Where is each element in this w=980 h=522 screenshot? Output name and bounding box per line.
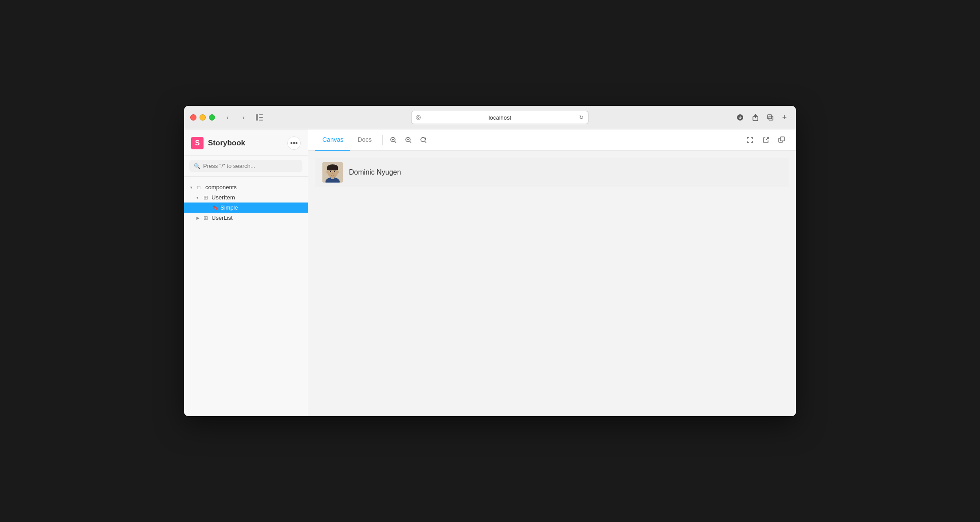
sidebar: S Storybook ••• 🔍 ▾ □ c bbox=[184, 129, 308, 416]
logo-letter: S bbox=[195, 139, 200, 147]
tree-label-simple: Simple bbox=[220, 204, 238, 211]
close-button[interactable] bbox=[190, 114, 196, 121]
sidebar-toggle-button[interactable] bbox=[253, 111, 266, 124]
copy-link-icon bbox=[778, 136, 785, 144]
sidebar-item-simple[interactable]: 🔖 Simple bbox=[184, 203, 308, 213]
tree-label-useritem: UserItem bbox=[212, 194, 235, 201]
sidebar-menu-button[interactable]: ••• bbox=[287, 136, 301, 150]
sidebar-header: S Storybook ••• bbox=[184, 129, 308, 156]
svg-rect-3 bbox=[259, 120, 263, 121]
reset-zoom-button[interactable] bbox=[416, 133, 431, 147]
svg-rect-26 bbox=[333, 170, 336, 171]
minimize-button[interactable] bbox=[200, 114, 206, 121]
story-icon: 🔖 bbox=[212, 205, 219, 210]
sidebar-item-useritem[interactable]: ▾ ⊞ UserItem bbox=[184, 192, 308, 203]
svg-line-11 bbox=[395, 141, 396, 143]
browser-toolbar: ‹ › ⓪ localhost ↻ bbox=[184, 106, 796, 129]
browser-chrome: ‹ › ⓪ localhost ↻ bbox=[184, 106, 796, 129]
user-name: Dominic Nyugen bbox=[349, 168, 401, 176]
chevron-down-icon: ▾ bbox=[190, 185, 196, 190]
avatar bbox=[322, 162, 343, 183]
share-button[interactable] bbox=[749, 111, 761, 124]
zoom-in-button[interactable] bbox=[386, 133, 400, 147]
svg-line-14 bbox=[410, 141, 411, 143]
folder-icon: □ bbox=[197, 185, 204, 190]
storybook-logo: S Storybook bbox=[191, 137, 245, 149]
svg-rect-6 bbox=[769, 116, 773, 120]
tree-label-userlist: UserList bbox=[212, 214, 233, 221]
share-icon bbox=[752, 114, 759, 121]
svg-rect-2 bbox=[259, 117, 263, 118]
storybook-logo-icon: S bbox=[191, 137, 204, 149]
menu-dots: ••• bbox=[290, 139, 298, 147]
back-button[interactable]: ‹ bbox=[221, 111, 234, 124]
svg-rect-25 bbox=[329, 170, 332, 171]
fullscreen-icon bbox=[746, 136, 753, 144]
toolbar-right bbox=[743, 133, 789, 147]
tree-label-components: components bbox=[205, 184, 237, 191]
component-icon: ⊞ bbox=[204, 215, 210, 221]
component-icon: ⊞ bbox=[204, 195, 210, 201]
zoom-out-icon bbox=[405, 136, 412, 144]
browser-actions: + bbox=[734, 111, 790, 124]
search-icon: 🔍 bbox=[194, 163, 200, 169]
sidebar-search: 🔍 bbox=[184, 156, 308, 177]
zoom-in-icon bbox=[390, 136, 397, 144]
sidebar-tree: ▾ □ components ▾ ⊞ UserItem 🔖 Simple bbox=[184, 177, 308, 416]
maximize-button[interactable] bbox=[209, 114, 215, 121]
toolbar-divider bbox=[382, 135, 383, 145]
main-content: Canvas Docs bbox=[308, 129, 796, 416]
svg-point-32 bbox=[326, 171, 328, 173]
duplicate-icon bbox=[767, 114, 774, 121]
user-item-preview: Dominic Nyugen bbox=[315, 158, 789, 187]
sidebar-item-components[interactable]: ▾ □ components bbox=[184, 182, 308, 192]
sidebar-item-userlist[interactable]: ▶ ⊞ UserList bbox=[184, 213, 308, 223]
sidebar-icon bbox=[256, 114, 263, 121]
storybook-title: Storybook bbox=[208, 139, 245, 148]
toolbar-zoom-icons bbox=[386, 133, 431, 147]
reset-zoom-icon bbox=[420, 136, 427, 144]
search-input[interactable] bbox=[203, 163, 298, 169]
address-text: localhost bbox=[423, 114, 576, 121]
duplicate-button[interactable] bbox=[764, 111, 776, 124]
svg-point-30 bbox=[334, 171, 336, 172]
svg-line-16 bbox=[425, 141, 426, 143]
reload-icon[interactable]: ↻ bbox=[579, 114, 584, 121]
chevron-right-icon: ▶ bbox=[196, 216, 202, 220]
svg-rect-18 bbox=[780, 137, 784, 141]
svg-point-31 bbox=[332, 173, 333, 174]
forward-button[interactable]: › bbox=[237, 111, 250, 124]
canvas-area: Dominic Nyugen bbox=[308, 151, 796, 416]
zoom-out-button[interactable] bbox=[401, 133, 416, 147]
avatar-image bbox=[322, 162, 343, 183]
new-tab-button[interactable]: + bbox=[779, 112, 790, 123]
browser-window: ‹ › ⓪ localhost ↻ bbox=[184, 106, 796, 416]
svg-point-33 bbox=[337, 171, 339, 173]
address-bar[interactable]: ⓪ localhost ↻ bbox=[411, 111, 588, 124]
svg-rect-24 bbox=[327, 167, 338, 170]
traffic-lights bbox=[190, 114, 215, 121]
svg-point-29 bbox=[330, 171, 331, 172]
toolbar: Canvas Docs bbox=[308, 129, 796, 151]
download-button[interactable] bbox=[734, 111, 746, 124]
open-new-icon bbox=[762, 136, 769, 144]
address-bar-wrapper: ⓪ localhost ↻ bbox=[269, 111, 730, 124]
copy-link-button[interactable] bbox=[775, 133, 789, 147]
chevron-down-icon: ▾ bbox=[196, 195, 202, 200]
svg-rect-0 bbox=[256, 114, 258, 121]
docs-tab-label: Docs bbox=[357, 136, 372, 143]
download-icon bbox=[737, 114, 744, 121]
lock-icon: ⓪ bbox=[416, 114, 421, 121]
svg-rect-1 bbox=[259, 114, 263, 115]
canvas-tab-label: Canvas bbox=[322, 136, 343, 143]
tab-docs[interactable]: Docs bbox=[350, 129, 379, 151]
open-new-button[interactable] bbox=[759, 133, 773, 147]
fullscreen-button[interactable] bbox=[743, 133, 757, 147]
browser-content: S Storybook ••• 🔍 ▾ □ c bbox=[184, 129, 796, 416]
svg-rect-7 bbox=[768, 115, 772, 119]
tab-canvas[interactable]: Canvas bbox=[315, 129, 350, 151]
svg-point-15 bbox=[421, 137, 425, 142]
search-input-wrapper[interactable]: 🔍 bbox=[189, 160, 302, 172]
